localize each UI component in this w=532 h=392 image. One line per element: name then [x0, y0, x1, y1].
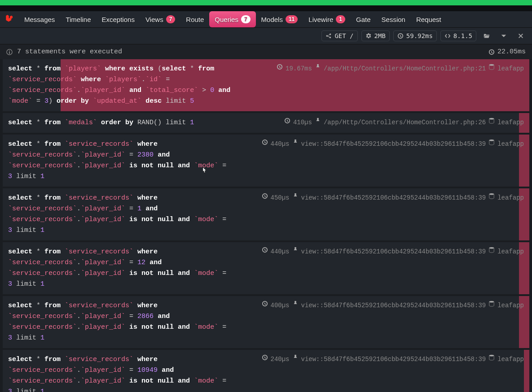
- stat-request[interactable]: GET /: [321, 30, 357, 41]
- tab-request[interactable]: Request: [411, 11, 447, 27]
- query-duration: 240µs: [271, 354, 290, 364]
- collapse-button[interactable]: [497, 31, 510, 40]
- tab-badge: 7: [166, 15, 176, 23]
- tab-label: Views: [145, 16, 163, 23]
- query-meta: 400µsview::58d47f6b452592106cbb4295244b0…: [242, 301, 524, 344]
- tab-label: Queries: [215, 16, 238, 23]
- tab-timeline[interactable]: Timeline: [60, 11, 96, 27]
- stat-version[interactable]: 8.1.5: [440, 30, 476, 41]
- clock-icon: [262, 247, 268, 253]
- query-row[interactable]: select * from `service_records` where `s…: [3, 296, 529, 348]
- query-connection: leafapp: [497, 301, 524, 310]
- query-sql: select * from `service_records` where `s…: [8, 301, 233, 344]
- folder-open-icon: [484, 33, 490, 39]
- tab-label: Request: [416, 16, 441, 23]
- database-icon: [488, 64, 495, 70]
- summary-text: 7 statements were executed: [17, 48, 122, 56]
- query-duration: 19.67ms: [286, 64, 312, 74]
- tab-livewire[interactable]: Livewire1: [303, 11, 351, 27]
- query-meta: 240µsview::58d47f6b452592106cbb4295244b0…: [242, 354, 524, 392]
- query-sql: select * from `medals` order by RAND() l…: [8, 118, 233, 128]
- database-icon: [488, 193, 495, 199]
- query-sql: select * from `service_records` where `s…: [8, 247, 233, 290]
- tab-route[interactable]: Route: [180, 11, 209, 27]
- clock-icon: [262, 139, 268, 145]
- svg-point-7: [489, 355, 494, 357]
- tabs: MessagesTimelineExceptionsViews7RouteQue…: [19, 11, 447, 27]
- query-meta: 19.67ms/app/Http/Controllers/HomeControl…: [242, 64, 524, 107]
- query-row[interactable]: select * from `service_records` where `s…: [3, 350, 529, 392]
- query-duration: 400µs: [271, 301, 290, 310]
- svg-point-5: [489, 247, 494, 249]
- query-row[interactable]: select * from `service_records` where `s…: [3, 135, 529, 187]
- query-row[interactable]: select * from `service_records` where `s…: [3, 242, 529, 294]
- query-row[interactable]: select * from `medals` order by RAND() l…: [3, 113, 529, 133]
- tab-label: Livewire: [308, 16, 333, 23]
- tab-exceptions[interactable]: Exceptions: [97, 11, 140, 27]
- query-row[interactable]: select * from `service_records` where `s…: [3, 188, 529, 240]
- chevron-down-icon: [501, 33, 507, 39]
- svg-point-3: [489, 139, 494, 141]
- clock-icon: [277, 64, 283, 70]
- info-icon: [6, 49, 13, 55]
- tab-label: Exceptions: [102, 16, 135, 23]
- svg-point-6: [489, 301, 494, 303]
- query-sql: select * from `players` where exists (se…: [8, 64, 233, 107]
- query-connection: leafapp: [497, 354, 524, 364]
- query-meta: 440µsview::58d47f6b452592106cbb4295244b0…: [242, 139, 524, 182]
- tab-badge: 1: [336, 15, 345, 23]
- query-list: select * from `players` where exists (se…: [0, 59, 532, 392]
- clock-icon: [262, 354, 268, 361]
- svg-point-1: [489, 64, 494, 66]
- query-meta: 450µsview::58d47f6b452592106cbb4295244b0…: [242, 193, 524, 236]
- query-source: view::58d47f6b452592106cbb4295244b03b296…: [301, 139, 486, 149]
- query-sql: select * from `service_records` where `s…: [8, 193, 233, 236]
- laravel-logo-icon: [4, 14, 14, 25]
- tab-queries[interactable]: Queries7: [209, 11, 255, 27]
- share-icon: [325, 33, 332, 39]
- stat-time-label: 59.92ms: [406, 32, 433, 39]
- stat-method-label: GET /: [334, 32, 353, 39]
- clock-icon: [262, 193, 268, 199]
- queries-summary: 7 statements were executed 22.05ms: [0, 44, 532, 59]
- tab-label: Messages: [24, 16, 55, 23]
- tab-session[interactable]: Session: [376, 11, 411, 27]
- tab-models[interactable]: Models11: [256, 11, 303, 27]
- close-button[interactable]: [514, 31, 528, 40]
- query-meta: 440µsview::58d47f6b452592106cbb4295244b0…: [242, 247, 524, 290]
- query-connection: leafapp: [497, 118, 524, 127]
- debugbar-header: MessagesTimelineExceptionsViews7RouteQue…: [0, 11, 532, 28]
- query-source: /app/Http/Controllers/HomeController.php…: [324, 118, 486, 127]
- close-icon: [518, 33, 524, 39]
- folder-open-button[interactable]: [480, 31, 493, 40]
- clock-icon: [488, 49, 495, 55]
- tab-gate[interactable]: Gate: [351, 11, 376, 27]
- dark-strip: [0, 5, 532, 11]
- database-icon: [488, 139, 495, 145]
- cogs-icon: [365, 33, 372, 39]
- stat-time[interactable]: 59.92ms: [393, 30, 437, 41]
- stat-memory[interactable]: 2MB: [361, 30, 390, 41]
- database-icon: [488, 247, 495, 253]
- tab-views[interactable]: Views7: [140, 11, 180, 27]
- query-source: view::58d47f6b452592106cbb4295244b03b296…: [301, 193, 486, 203]
- clock-icon: [397, 33, 404, 39]
- tab-messages[interactable]: Messages: [19, 11, 60, 27]
- query-sql: select * from `service_records` where `s…: [8, 139, 233, 182]
- tab-badge: 7: [241, 15, 251, 23]
- pin-icon: [292, 247, 299, 253]
- query-row[interactable]: select * from `players` where exists (se…: [3, 59, 529, 111]
- stat-version-label: 8.1.5: [453, 32, 472, 39]
- query-source: /app/Http/Controllers/HomeController.php…: [324, 64, 486, 74]
- query-duration: 440µs: [271, 139, 290, 149]
- query-source: view::58d47f6b452592106cbb4295244b03b296…: [301, 354, 486, 364]
- database-icon: [488, 118, 495, 124]
- query-meta: 410µs/app/Http/Controllers/HomeControlle…: [242, 118, 524, 128]
- status-bar: GET / 2MB 59.92ms 8.1.5: [0, 28, 532, 44]
- query-sql: select * from `service_records` where `s…: [8, 354, 233, 392]
- pin-icon: [292, 193, 299, 199]
- query-duration-bar: [524, 350, 529, 392]
- database-icon: [488, 301, 495, 307]
- pin-icon: [292, 301, 299, 307]
- svg-point-4: [489, 193, 494, 195]
